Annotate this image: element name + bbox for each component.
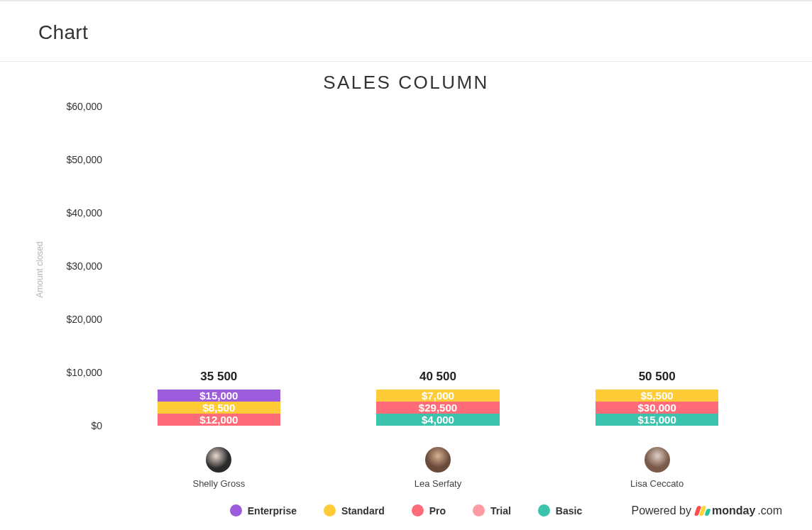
bar-segment-pro[interactable]: $29,500 (376, 402, 499, 414)
legend-label: Pro (429, 505, 446, 517)
bar-segment-enterprise[interactable]: $15,000 (158, 390, 280, 402)
legend-swatch-icon (538, 504, 550, 517)
legend-swatch-icon (412, 504, 424, 517)
monday-logo-icon (696, 506, 710, 516)
x-axis-category: Lisa Ceccato (571, 447, 742, 489)
y-tick-label: $0 (50, 420, 102, 431)
legend-label: Enterprise (248, 505, 297, 517)
bar-total-label: 35 500 (158, 370, 280, 384)
brand-suffix: .com (757, 504, 782, 517)
avatar[interactable] (644, 447, 670, 473)
bar-segment-standard[interactable]: $7,000 (376, 390, 499, 402)
bar-group: 35 500$12,000$8,500$15,000 (133, 390, 304, 426)
chart-title: SALES COLUMN (0, 72, 812, 94)
y-tick-label: $50,000 (50, 154, 102, 165)
y-axis-label: Amount closed (35, 241, 45, 297)
y-tick-label: $30,000 (50, 260, 102, 272)
bar-area: 35 500$12,000$8,500$15,00040 500$4,000$2… (109, 106, 767, 426)
legend-label: Standard (341, 505, 385, 517)
legend-swatch-icon (473, 504, 485, 517)
y-tick-label: $60,000 (50, 101, 102, 112)
stacked-bar[interactable]: 50 500$15,000$30,000$5,500 (596, 390, 718, 426)
bar-total-label: 40 500 (376, 370, 499, 384)
avatar[interactable] (425, 447, 451, 473)
stacked-bar[interactable]: 35 500$12,000$8,500$15,000 (158, 390, 280, 426)
y-tick-label: $20,000 (50, 314, 102, 325)
legend-swatch-icon (230, 504, 242, 517)
top-divider (0, 0, 812, 1)
y-tick-label: $40,000 (50, 207, 102, 219)
legend-item-trial[interactable]: Trial (473, 504, 511, 517)
stacked-bar[interactable]: 40 500$4,000$29,500$7,000 (376, 390, 499, 426)
monday-brand[interactable]: monday.com (696, 504, 782, 517)
bar-total-label: 50 500 (596, 370, 718, 384)
legend-label: Trial (490, 505, 511, 517)
bar-segment-standard[interactable]: $5,500 (596, 390, 718, 402)
y-tick-label: $10,000 (50, 367, 102, 378)
widget-header: Chart (0, 0, 812, 62)
widget-title: Chart (38, 21, 812, 44)
bar-segment-pro[interactable]: $30,000 (596, 402, 718, 414)
plot-area: 35 500$12,000$8,500$15,00040 500$4,000$2… (109, 106, 767, 426)
x-axis-category: Lea Serfaty (353, 447, 524, 489)
legend-item-enterprise[interactable]: Enterprise (230, 504, 297, 517)
category-name: Lea Serfaty (415, 478, 462, 489)
bar-segment-standard[interactable]: $8,500 (158, 402, 280, 414)
legend-item-standard[interactable]: Standard (324, 504, 385, 517)
chart-container: Amount closed 35 500$12,000$8,500$15,000… (17, 99, 795, 440)
brand-name: monday (712, 504, 755, 517)
x-axis-labels: Shelly GrossLea SerfatyLisa Ceccato (17, 447, 795, 489)
powered-by-prefix: Powered by (631, 504, 691, 517)
bar-group: 40 500$4,000$29,500$7,000 (353, 390, 524, 426)
bar-segment-basic[interactable]: $15,000 (596, 414, 718, 426)
legend-label: Basic (556, 505, 582, 517)
x-axis-category: Shelly Gross (133, 447, 304, 489)
category-name: Shelly Gross (192, 478, 245, 489)
bar-segment-basic[interactable]: $4,000 (376, 414, 499, 426)
legend-item-pro[interactable]: Pro (412, 504, 446, 517)
legend-swatch-icon (324, 504, 336, 517)
bar-group: 50 500$15,000$30,000$5,500 (571, 390, 742, 426)
avatar[interactable] (206, 447, 231, 473)
bar-segment-pro[interactable]: $12,000 (158, 414, 280, 426)
legend-item-basic[interactable]: Basic (538, 504, 582, 517)
category-name: Lisa Ceccato (630, 478, 684, 489)
powered-by[interactable]: Powered by monday.com (631, 504, 782, 517)
